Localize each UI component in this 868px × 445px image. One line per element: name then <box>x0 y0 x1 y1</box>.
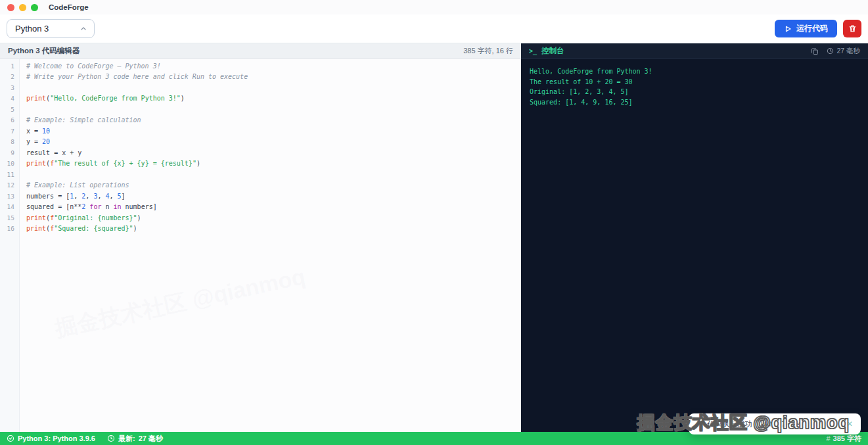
line-number: 2 <box>0 73 20 80</box>
code-line[interactable]: 14squared = [n**2 for n in numbers] <box>0 202 521 213</box>
code-text: # Write your Python 3 code here and clic… <box>20 73 248 80</box>
code-text: y = 20 <box>20 138 50 145</box>
code-text: print(f"The result of {x} + {y} = {resul… <box>20 160 200 167</box>
editor-stats: 385 字符, 16 行 <box>463 46 513 56</box>
check-circle-icon <box>7 434 14 442</box>
console-output-line: Original: [1, 2, 3, 4, 5] <box>530 88 859 99</box>
copy-output-button[interactable] <box>811 47 819 55</box>
console-output-line: The result of 10 + 20 = 30 <box>530 78 859 89</box>
code-line[interactable]: 15print(f"Original: {numbers}") <box>0 212 521 223</box>
code-line[interactable]: 4print("Hello, CodeForge from Python 3!"… <box>0 93 521 105</box>
line-number: 7 <box>0 128 20 135</box>
code-line[interactable]: 10print(f"The result of {x} + {y} = {res… <box>0 158 521 170</box>
minimize-window-button[interactable] <box>19 4 26 11</box>
code-text: x = 10 <box>20 128 50 135</box>
success-toast: ✓ 代码执行成功！用时 27 毫秒 ✕ <box>689 413 861 434</box>
code-line[interactable]: 5 <box>0 104 521 115</box>
code-text: # Welcome to CodeForge — Python 3! <box>20 62 161 70</box>
toolbar: Python 3 运行代码 <box>0 14 868 43</box>
run-code-label: 运行代码 <box>796 23 828 34</box>
code-text: # Example: Simple calculation <box>20 116 141 124</box>
trash-icon <box>848 24 857 33</box>
latest-run-prefix: 最新: <box>118 434 135 444</box>
console-header: >_ 控制台 27 毫秒 <box>521 43 868 59</box>
line-number: 10 <box>0 160 20 167</box>
line-number: 8 <box>0 138 20 145</box>
play-icon <box>784 25 792 33</box>
code-line[interactable]: 7x = 10 <box>0 126 521 137</box>
code-line[interactable]: 2# Write your Python 3 code here and cli… <box>0 72 521 83</box>
latest-run-value: 27 毫秒 <box>139 434 163 444</box>
code-text: print(f"Original: {numbers}") <box>20 214 141 222</box>
char-count-status: # 385 字符 <box>826 434 861 444</box>
code-text: print(f"Squared: {squared}") <box>20 225 137 232</box>
main-area: Python 3 代码编辑器 385 字符, 16 行 1# Welcome t… <box>0 43 868 432</box>
code-line[interactable]: 8y = 20 <box>0 137 521 148</box>
clear-code-button[interactable] <box>843 20 861 37</box>
app-title: CodeForge <box>49 3 89 11</box>
run-code-button[interactable]: 运行代码 <box>775 20 837 37</box>
line-number: 9 <box>0 149 20 156</box>
line-number: 12 <box>0 181 20 189</box>
code-line[interactable]: 16print(f"Squared: {squared}") <box>0 223 521 235</box>
hash-icon: # <box>826 434 830 442</box>
clock-icon <box>827 47 834 55</box>
code-text: # Example: List operations <box>20 181 129 189</box>
line-number: 14 <box>0 203 20 210</box>
code-editor[interactable]: 1# Welcome to CodeForge — Python 3!2# Wr… <box>0 59 521 432</box>
language-select-value: Python 3 <box>15 24 49 34</box>
code-lines: 1# Welcome to CodeForge — Python 3!2# Wr… <box>0 60 521 234</box>
line-number: 5 <box>0 106 20 113</box>
chevron-up-icon <box>80 25 87 33</box>
code-line[interactable]: 1# Welcome to CodeForge — Python 3! <box>0 60 521 72</box>
line-number: 16 <box>0 225 20 232</box>
window-controls <box>7 4 38 11</box>
console-output: Hello, CodeForge from Python 3!The resul… <box>521 59 868 432</box>
maximize-window-button[interactable] <box>31 4 38 11</box>
editor-title: Python 3 代码编辑器 <box>8 46 80 56</box>
console-output-line: Squared: [1, 4, 9, 16, 25] <box>530 99 859 109</box>
line-number: 3 <box>0 84 20 91</box>
code-line[interactable]: 12# Example: List operations <box>0 180 521 191</box>
close-window-button[interactable] <box>7 4 14 11</box>
console-output-line: Hello, CodeForge from Python 3! <box>530 68 859 78</box>
line-number: 6 <box>0 116 20 124</box>
elapsed-time: 27 毫秒 <box>827 47 860 56</box>
toast-check-icon: ✓ <box>695 419 702 429</box>
code-text: squared = [n**2 for n in numbers] <box>20 203 157 210</box>
toast-message: 代码执行成功！用时 27 毫秒 <box>707 419 840 429</box>
elapsed-time-value: 27 毫秒 <box>836 47 860 56</box>
char-count-value: 385 字符 <box>833 434 861 444</box>
toast-close-button[interactable]: ✕ <box>845 419 854 429</box>
code-text: numbers = [1, 2, 3, 4, 5] <box>20 193 126 200</box>
code-text: print("Hello, CodeForge from Python 3!") <box>20 95 185 102</box>
code-line[interactable]: 3 <box>0 82 521 93</box>
line-number: 15 <box>0 214 20 222</box>
code-line[interactable]: 9result = x + y <box>0 147 521 158</box>
editor-watermark: 掘金技术社区 @qianmoq <box>52 262 308 344</box>
code-text: result = x + y <box>20 149 81 156</box>
line-number: 11 <box>0 171 20 178</box>
console-title: 控制台 <box>541 46 564 56</box>
line-number: 13 <box>0 193 20 200</box>
terminal-prompt-icon: >_ <box>529 47 537 55</box>
titlebar: CodeForge <box>0 0 868 14</box>
editor-header: Python 3 代码编辑器 385 字符, 16 行 <box>0 43 521 59</box>
line-number: 4 <box>0 95 20 102</box>
editor-pane: Python 3 代码编辑器 385 字符, 16 行 1# Welcome t… <box>0 43 521 432</box>
runtime-status: Python 3: Python 3.9.6 <box>7 434 95 442</box>
copy-icon <box>811 47 819 55</box>
language-select[interactable]: Python 3 <box>7 19 95 38</box>
line-number: 1 <box>0 62 20 70</box>
code-line[interactable]: 11 <box>0 169 521 180</box>
console-pane: >_ 控制台 27 毫秒 Hello, CodeForge from Pytho… <box>521 43 868 432</box>
runtime-status-label: Python 3: Python 3.9.6 <box>18 434 95 442</box>
latest-run-status: 最新: 27 毫秒 <box>107 434 163 444</box>
code-line[interactable]: 13numbers = [1, 2, 3, 4, 5] <box>0 191 521 202</box>
clock-icon <box>107 434 115 442</box>
code-line[interactable]: 6# Example: Simple calculation <box>0 115 521 126</box>
